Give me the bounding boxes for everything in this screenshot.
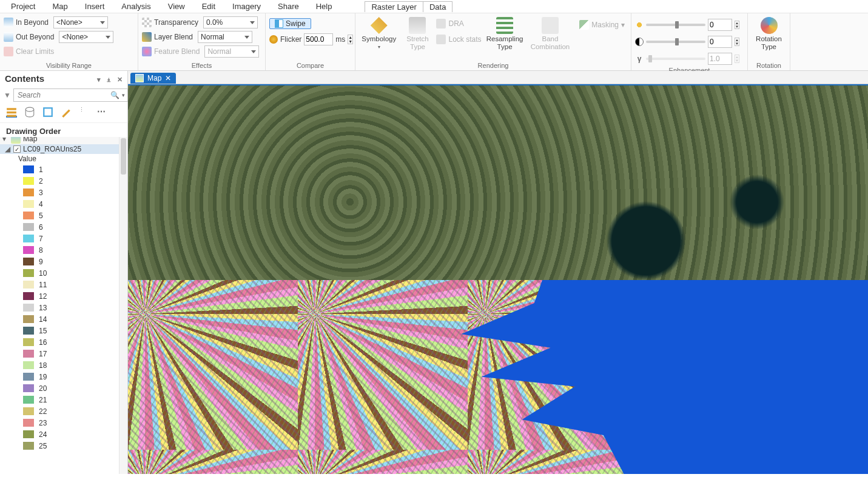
legend-item[interactable]: 4 bbox=[0, 198, 127, 210]
band-combination-button[interactable]: Band Combination bbox=[528, 16, 573, 52]
legend-item[interactable]: 2 bbox=[0, 175, 127, 187]
clear-limits-button[interactable]: Clear Limits bbox=[16, 47, 54, 56]
resampling-type-button[interactable]: Resampling Type bbox=[484, 16, 526, 52]
flicker-icon bbox=[269, 35, 278, 44]
menu-edit[interactable]: Edit bbox=[193, 1, 224, 12]
legend-item[interactable]: 17 bbox=[0, 348, 127, 359]
spinner-icon[interactable]: ▲▼ bbox=[735, 21, 739, 29]
legend-swatch bbox=[23, 246, 34, 254]
list-by-snapping-icon[interactable]: ⋮ bbox=[79, 107, 90, 118]
close-icon[interactable]: ✕ bbox=[117, 76, 123, 83]
legend-value-label: 22 bbox=[39, 407, 47, 416]
flicker-value-input[interactable] bbox=[304, 33, 333, 45]
legend-item[interactable]: 11 bbox=[0, 279, 127, 290]
tree-scrollbar[interactable] bbox=[119, 137, 127, 474]
legend-item[interactable]: 18 bbox=[0, 359, 127, 371]
legend-value-label: 8 bbox=[39, 246, 43, 255]
legend-swatch bbox=[23, 281, 34, 289]
map-canvas[interactable] bbox=[128, 84, 868, 474]
menu-insert[interactable]: Insert bbox=[76, 1, 113, 12]
list-by-drawing-order-icon[interactable] bbox=[6, 107, 17, 118]
contrast-value[interactable] bbox=[708, 36, 732, 48]
out-beyond-combo[interactable]: <None> bbox=[59, 31, 113, 43]
menu-analysis[interactable]: Analysis bbox=[113, 1, 159, 12]
brightness-value[interactable] bbox=[708, 19, 732, 31]
legend-item[interactable]: 12 bbox=[0, 290, 127, 302]
contrast-slider[interactable] bbox=[646, 41, 705, 43]
transparency-combo[interactable]: 0.0% bbox=[203, 16, 258, 28]
feature-blend-label: Feature Blend bbox=[154, 47, 200, 56]
list-by-selection-icon[interactable] bbox=[42, 107, 53, 118]
in-beyond-label: In Beyond bbox=[16, 18, 49, 27]
legend-item[interactable]: 23 bbox=[0, 417, 127, 429]
legend-item[interactable]: 22 bbox=[0, 405, 127, 417]
menu-imagery[interactable]: Imagery bbox=[224, 1, 269, 12]
legend-item[interactable]: 6 bbox=[0, 221, 127, 233]
gamma-slider[interactable] bbox=[646, 58, 705, 60]
legend-value-label: 1 bbox=[39, 165, 43, 174]
map-frame-item[interactable]: ▾ Map bbox=[0, 137, 127, 144]
symbology-button[interactable]: Symbology ▾ bbox=[359, 16, 399, 51]
in-beyond-combo[interactable]: <None> bbox=[53, 16, 108, 28]
legend-item[interactable]: 24 bbox=[0, 429, 127, 440]
legend-value-label: 20 bbox=[39, 384, 47, 393]
legend-item[interactable]: 21 bbox=[0, 394, 127, 405]
collapse-icon[interactable]: ▾ bbox=[2, 137, 8, 143]
menu-view[interactable]: View bbox=[160, 1, 193, 12]
legend-item[interactable]: 15 bbox=[0, 325, 127, 336]
main-area: Contents ▾ ⍎ ✕ ▼ 🔍 ▾ bbox=[0, 71, 868, 474]
search-options-icon[interactable]: ▾ bbox=[122, 92, 125, 98]
list-by-source-icon[interactable] bbox=[24, 107, 35, 118]
brightness-slider[interactable] bbox=[646, 24, 705, 26]
legend-item[interactable]: 10 bbox=[0, 267, 127, 279]
legend-swatch bbox=[23, 327, 34, 335]
legend-item[interactable]: 20 bbox=[0, 382, 127, 394]
layer-item[interactable]: ◢ ✓ LC09_ROAUns25 bbox=[0, 144, 127, 154]
flicker-spinner[interactable]: ▲▼ bbox=[348, 35, 353, 44]
chevron-down-icon[interactable]: ▾ bbox=[97, 76, 101, 83]
legend-item[interactable]: 5 bbox=[0, 210, 127, 221]
layer-blend-combo[interactable]: Normal bbox=[198, 31, 252, 43]
search-input[interactable] bbox=[16, 90, 110, 100]
legend-value-label: 18 bbox=[39, 361, 47, 370]
symbology-label: Symbology bbox=[362, 35, 396, 43]
legend-item[interactable]: 8 bbox=[0, 244, 127, 256]
stretch-type-label: Stretch Type bbox=[406, 35, 428, 50]
rotation-type-button[interactable]: Rotation Type bbox=[752, 16, 786, 52]
legend-item[interactable]: 25 bbox=[0, 440, 127, 452]
legend-swatch bbox=[23, 419, 34, 427]
menu-help[interactable]: Help bbox=[308, 1, 341, 12]
legend-item[interactable]: 3 bbox=[0, 187, 127, 198]
menu-project[interactable]: Project bbox=[2, 1, 44, 12]
legend-item[interactable]: 16 bbox=[0, 336, 127, 348]
layer-visibility-checkbox[interactable]: ✓ bbox=[13, 145, 21, 153]
collapse-icon[interactable]: ◢ bbox=[5, 145, 11, 153]
masking-button[interactable]: Masking bbox=[591, 21, 619, 29]
pin-icon[interactable]: ⍎ bbox=[107, 76, 111, 83]
legend-item[interactable]: 9 bbox=[0, 256, 127, 267]
legend-item[interactable]: 13 bbox=[0, 302, 127, 313]
spinner-icon[interactable]: ▲▼ bbox=[735, 38, 739, 46]
swipe-button[interactable]: Swipe bbox=[269, 18, 311, 29]
context-tab-data[interactable]: Data bbox=[423, 1, 453, 12]
resampling-icon bbox=[496, 17, 513, 34]
more-options-icon[interactable]: ⋯ bbox=[97, 107, 108, 118]
map-view-tab[interactable]: Map ✕ bbox=[130, 73, 176, 84]
legend-item[interactable]: 7 bbox=[0, 233, 127, 244]
legend-item[interactable]: 1 bbox=[0, 164, 127, 175]
stretch-type-button[interactable]: Stretch Type bbox=[401, 16, 434, 52]
context-tab-raster-layer[interactable]: Raster Layer bbox=[365, 1, 423, 12]
legend-item[interactable]: 19 bbox=[0, 371, 127, 382]
filter-icon[interactable]: ▼ bbox=[4, 91, 11, 99]
dra-button[interactable]: DRA bbox=[448, 19, 463, 28]
legend-item[interactable]: 14 bbox=[0, 313, 127, 325]
menu-map[interactable]: Map bbox=[44, 1, 76, 12]
legend-swatch bbox=[23, 223, 34, 231]
list-by-editing-icon[interactable] bbox=[61, 107, 72, 118]
out-beyond-icon bbox=[4, 32, 13, 42]
close-tab-icon[interactable]: ✕ bbox=[165, 74, 171, 82]
in-beyond-icon bbox=[4, 18, 13, 27]
menu-share[interactable]: Share bbox=[269, 1, 308, 12]
search-icon[interactable]: 🔍 bbox=[110, 91, 119, 99]
lock-stats-button[interactable]: Lock stats bbox=[448, 35, 481, 44]
